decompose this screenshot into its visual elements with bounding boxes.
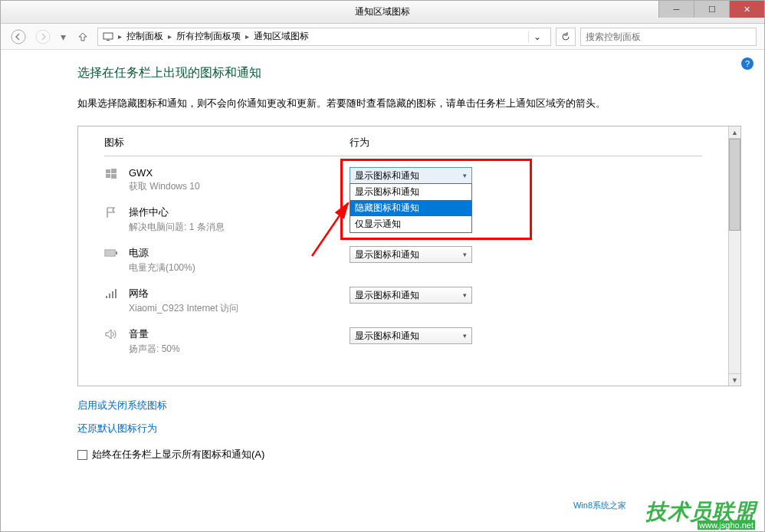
breadcrumb-separator: ▸ [242,32,252,41]
svg-rect-6 [106,174,110,178]
checkbox[interactable] [77,450,87,460]
item-title: GWX [129,167,200,179]
list-item: 电源 电量充满(100%) 显示图标和通知 ▾ [104,246,702,274]
behavior-combo[interactable]: 显示图标和通知 ▾ [350,287,472,304]
chevron-down-icon: ▾ [463,332,467,340]
system-icons-link[interactable]: 启用或关闭系统图标 [77,399,167,412]
item-subtitle: Xiaomi_C923 Internet 访问 [129,302,238,315]
behavior-dropdown: 显示图标和通知 隐藏图标和通知 仅显示通知 [350,183,472,233]
flag-icon [104,205,118,219]
dropdown-option[interactable]: 显示图标和通知 [350,184,471,200]
recent-dropdown[interactable]: ▾ [57,27,68,47]
page-heading: 选择在任务栏上出现的图标和通知 [77,65,741,81]
item-title: 电源 [129,246,195,260]
column-headers: 图标 行为 [104,136,702,156]
nav-bar: ▾ ▸ 控制面板 ▸ 所有控制面板项 ▸ 通知区域图标 ⌄ [1,24,764,50]
list-item: GWX 获取 Windows 10 显示图标和通知 ▾ 显示图标和通知 隐藏图标… [104,167,702,193]
dropdown-option[interactable]: 仅显示通知 [350,216,471,232]
watermark-text: Win8系统之家 [573,500,626,511]
maximize-button[interactable]: ☐ [694,1,729,18]
item-title: 音量 [129,327,180,341]
svg-rect-12 [109,294,110,298]
page-description: 如果选择隐藏图标和通知，则不会向你通知更改和更新。若要随时查看隐藏的图标，请单击… [77,97,741,110]
always-show-checkbox-row[interactable]: 始终在任务栏上显示所有图标和通知(A) [77,448,741,461]
chevron-down-icon: ▾ [463,291,467,299]
combo-value: 显示图标和通知 [355,248,419,261]
scroll-down-button[interactable]: ▼ [729,373,740,386]
checkbox-label: 始终在任务栏上显示所有图标和通知(A) [92,448,264,461]
svg-rect-7 [111,174,117,179]
svg-rect-2 [103,33,113,39]
item-subtitle: 电量充满(100%) [129,261,195,274]
breadcrumb[interactable]: ▸ 控制面板 ▸ 所有控制面板项 ▸ 通知区域图标 ⌄ [97,28,551,46]
chevron-down-icon: ▾ [463,172,467,179]
breadcrumb-item[interactable]: 控制面板 [126,30,163,43]
list-item: 音量 扬声器: 50% 显示图标和通知 ▾ [104,327,702,356]
battery-icon [104,246,118,260]
breadcrumb-separator: ▸ [165,32,175,41]
scroll-thumb[interactable] [729,139,740,231]
up-arrow-icon [77,31,89,43]
item-subtitle: 获取 Windows 10 [129,180,200,193]
item-title: 网络 [129,287,238,300]
item-subtitle: 扬声器: 50% [129,343,180,356]
breadcrumb-item[interactable]: 所有控制面板项 [176,30,241,43]
behavior-combo[interactable]: 显示图标和通知 ▾ [350,167,472,184]
breadcrumb-item[interactable]: 通知区域图标 [254,30,309,43]
chevron-down-icon: ▾ [463,251,467,258]
scrollbar[interactable]: ▲ ▼ [728,126,740,386]
svg-rect-5 [111,169,117,173]
watermark-site: www.jsgho.net [698,521,755,530]
forward-button[interactable] [33,27,53,47]
search-input[interactable] [580,28,757,46]
column-header-icon: 图标 [104,136,350,149]
svg-rect-4 [106,169,110,173]
window-controls: ─ ☐ ✕ [658,1,764,23]
combo-value: 显示图标和通知 [355,330,419,343]
restore-defaults-link[interactable]: 还原默认图标行为 [77,422,157,435]
item-title: 操作中心 [129,205,225,219]
svg-rect-14 [115,289,117,298]
content-area: ? 选择在任务栏上出现的图标和通知 如果选择隐藏图标和通知，则不会向你通知更改和… [1,50,764,531]
scroll-up-button[interactable]: ▲ [729,126,740,139]
up-button[interactable] [73,27,93,47]
windows-logo-icon [104,167,118,181]
refresh-icon [560,31,571,42]
refresh-button[interactable] [556,28,576,46]
svg-rect-13 [112,291,113,298]
dropdown-option[interactable]: 隐藏图标和通知 [350,200,471,216]
volume-icon [104,327,118,341]
column-header-behavior: 行为 [350,136,369,149]
behavior-combo[interactable]: 显示图标和通知 ▾ [350,327,472,344]
title-bar: 通知区域图标 ─ ☐ ✕ [1,1,764,24]
svg-rect-3 [107,40,110,41]
network-icon [104,287,118,300]
svg-point-0 [11,30,25,44]
icon-list-box: 图标 行为 GWX 获取 Windows 10 显示图标和通知 [77,126,741,386]
minimize-button[interactable]: ─ [658,1,694,18]
combo-value: 显示图标和通知 [355,169,419,182]
item-subtitle: 解决电脑问题: 1 条消息 [129,221,225,234]
behavior-combo[interactable]: 显示图标和通知 ▾ [350,246,472,263]
window-title: 通知区域图标 [355,5,410,18]
combo-value: 显示图标和通知 [355,289,419,302]
monitor-icon [103,31,113,42]
forward-arrow-icon [35,29,51,44]
svg-rect-9 [116,251,117,255]
svg-rect-10 [106,251,114,255]
back-arrow-icon [11,29,26,44]
close-button[interactable]: ✕ [729,1,764,18]
svg-rect-11 [106,296,107,298]
svg-point-1 [36,30,50,44]
list-item: 网络 Xiaomi_C923 Internet 访问 显示图标和通知 ▾ [104,287,702,315]
help-icon[interactable]: ? [741,57,754,70]
breadcrumb-dropdown[interactable]: ⌄ [528,31,546,42]
breadcrumb-separator: ▸ [115,32,125,41]
back-button[interactable] [8,27,28,47]
